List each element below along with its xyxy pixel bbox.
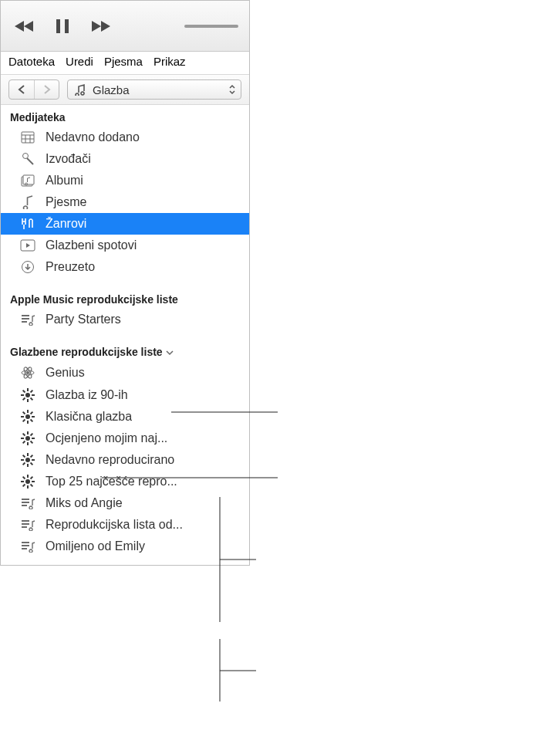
svg-rect-2 (22, 132, 34, 143)
svg-rect-53 (30, 476, 33, 479)
sidebar-item-label: Glazbeni spotovi (46, 238, 137, 252)
svg-rect-23 (27, 421, 29, 424)
sidebar-item-emily-favorites[interactable]: Omiljeno od Emily (1, 536, 249, 557)
sidebar-item-label: Izvođači (46, 152, 91, 166)
svg-point-48 (25, 479, 30, 484)
navigation-buttons (8, 79, 59, 100)
sidebar-item-label: Party Starters (46, 313, 121, 326)
svg-rect-46 (22, 455, 25, 458)
svg-rect-0 (56, 19, 60, 33)
previous-track-button[interactable] (12, 19, 35, 34)
forward-button[interactable] (34, 80, 59, 99)
album-icon (19, 174, 36, 187)
svg-rect-18 (22, 397, 25, 401)
menu-view[interactable]: Prikaz (153, 55, 186, 68)
sidebar-item-top-rated[interactable]: Ocjenjeno mojim naj... (1, 428, 249, 449)
sidebar-item-angie-mix[interactable]: Miks od Angie (1, 492, 249, 514)
sidebar-item-classical[interactable]: Klasična glazba (1, 406, 249, 428)
svg-point-12 (25, 393, 30, 397)
sidebar-item-playlist-from[interactable]: Reprodukcijska lista od... (1, 514, 249, 536)
svg-rect-47 (30, 462, 33, 465)
gear-icon (19, 431, 36, 445)
sidebar-item-artists[interactable]: Izvođači (1, 148, 249, 170)
svg-rect-17 (30, 390, 33, 393)
sidebar-item-recently-played[interactable]: Nedavno reproducirano (1, 449, 249, 471)
grid-icon (19, 131, 36, 144)
playlist-icon (19, 519, 36, 531)
svg-rect-32 (27, 442, 29, 445)
svg-rect-45 (22, 462, 25, 465)
svg-point-8 (26, 371, 29, 374)
playlist-icon (19, 497, 36, 509)
media-category-selector[interactable]: Glazba (67, 79, 241, 100)
playlist-icon (19, 540, 36, 553)
sidebar-item-label: Preuzeto (46, 260, 95, 274)
video-icon (19, 239, 36, 252)
menu-bar: Datoteka Uredi Pjesma Prikaz (1, 52, 249, 75)
svg-rect-31 (27, 431, 29, 434)
updown-chevron-icon (228, 84, 236, 95)
svg-rect-49 (27, 475, 29, 478)
svg-rect-34 (32, 438, 35, 439)
sidebar-item-recently-added[interactable]: Nedavno dodano (1, 127, 249, 148)
svg-rect-41 (27, 464, 29, 467)
sidebar-item-genres[interactable]: Žanrovi (1, 213, 249, 235)
svg-rect-54 (22, 484, 25, 487)
sidebar-item-90s[interactable]: Glazba iz 90-ih (1, 384, 249, 406)
svg-rect-55 (22, 476, 25, 479)
svg-rect-13 (27, 388, 29, 391)
play-pause-button[interactable] (55, 18, 70, 35)
sidebar-item-top25[interactable]: Top 25 najčešće repro... (1, 471, 249, 492)
genius-icon (19, 365, 36, 380)
sidebar-item-label: Albumi (46, 174, 83, 188)
gear-icon (19, 453, 36, 467)
svg-rect-14 (27, 399, 29, 402)
sidebar-item-downloaded[interactable]: Preuzeto (1, 256, 249, 278)
download-icon (19, 260, 36, 274)
sidebar-item-label: Genius (46, 366, 85, 380)
sidebar-item-albums[interactable]: Albumi (1, 170, 249, 191)
svg-rect-50 (27, 485, 29, 489)
music-note-icon (73, 83, 86, 96)
sidebar-item-party-starters[interactable]: Party Starters (1, 309, 249, 330)
svg-rect-51 (21, 481, 24, 482)
next-track-button[interactable] (90, 19, 113, 34)
toolbar: Glazba (1, 75, 249, 105)
svg-rect-43 (32, 459, 35, 461)
svg-point-39 (25, 458, 30, 462)
svg-rect-52 (32, 481, 35, 482)
gear-icon (19, 410, 36, 424)
library-section-header: Medijateka (1, 105, 249, 127)
sidebar-item-label: Glazba iz 90-ih (46, 388, 128, 402)
volume-slider[interactable] (184, 25, 238, 28)
sidebar-item-genius[interactable]: Genius (1, 361, 249, 384)
svg-rect-36 (22, 441, 25, 444)
svg-rect-38 (30, 441, 33, 444)
menu-edit[interactable]: Uredi (66, 55, 93, 68)
back-button[interactable] (9, 80, 34, 99)
svg-rect-16 (32, 394, 35, 396)
sidebar-item-music-videos[interactable]: Glazbeni spotovi (1, 235, 249, 256)
genres-icon (19, 217, 36, 231)
note-icon (19, 195, 36, 209)
sidebar-item-songs[interactable]: Pjesme (1, 191, 249, 213)
svg-point-30 (25, 436, 30, 441)
menu-song[interactable]: Pjesma (104, 55, 143, 68)
menu-file[interactable]: Datoteka (8, 55, 55, 68)
sidebar-item-label: Reprodukcijska lista od... (46, 518, 183, 532)
svg-rect-42 (21, 459, 24, 461)
playlist-icon (19, 313, 36, 326)
sidebar: Medijateka Nedavno dodano Izvođači Album… (1, 105, 249, 565)
svg-rect-15 (21, 394, 24, 396)
svg-rect-35 (30, 433, 33, 436)
sidebar-item-label: Žanrovi (46, 217, 86, 231)
music-playlists-section-header[interactable]: Glazbene reprodukcijske liste (1, 340, 249, 361)
microphone-icon (19, 152, 36, 166)
sidebar-item-label: Nedavno dodano (46, 130, 140, 144)
svg-rect-25 (32, 416, 35, 418)
svg-rect-1 (65, 19, 69, 33)
sidebar-item-label: Nedavno reproducirano (46, 453, 174, 467)
svg-rect-44 (30, 455, 33, 458)
chevron-down-icon (166, 346, 174, 358)
svg-rect-27 (22, 419, 25, 422)
